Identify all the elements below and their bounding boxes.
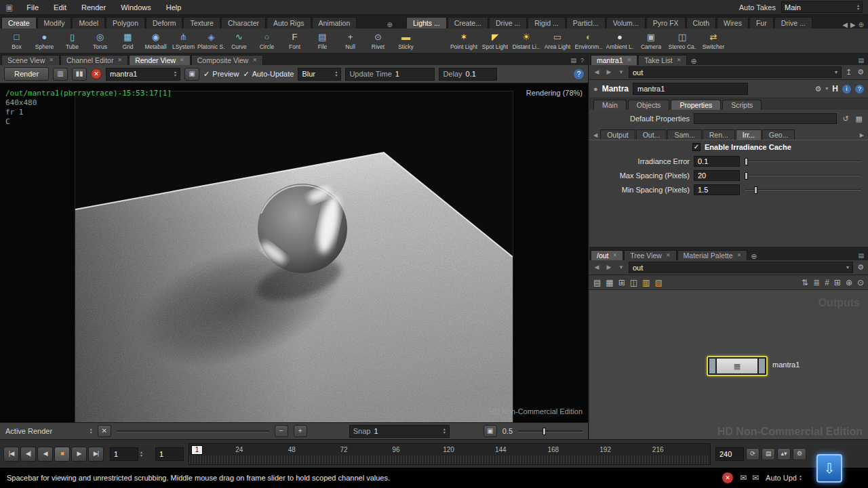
render-button[interactable]: Render [4,67,49,81]
tab-close-icon[interactable]: ✕ [737,253,742,258]
shelf-tool[interactable]: ◫ Stereo Ca... [667,31,698,50]
shelf-tool[interactable]: ● Ambient L... [604,31,635,50]
shelf-tool[interactable]: ◉ Metaball [142,31,170,50]
shelf-tab[interactable]: Cloth [686,17,717,28]
node-name-field[interactable]: mantra1 [633,83,748,95]
shelf-tool[interactable]: F Font [281,31,309,50]
shelf-tab[interactable]: Auto Rigs [267,17,311,28]
help-icon[interactable]: ? [574,69,584,79]
add-pane-tab-icon[interactable]: ⊕ [751,253,757,260]
playbar-option-button[interactable]: ⟳ [746,448,760,460]
spinner-icon[interactable]: ▴▾ [857,4,859,11]
tab-scroll-left-icon[interactable]: ◀ [591,133,600,140]
transport-button[interactable]: ◀ [37,447,53,462]
nav-dropdown-icon[interactable]: ▾ [616,264,626,270]
shelf-tool[interactable]: ☀ Distant Li... [511,31,542,50]
presets-icon[interactable]: ▦ [854,115,864,123]
active-render-label[interactable]: Active Render [5,427,52,435]
pane-menu-icon[interactable]: ▤ [570,58,576,64]
shelf-tab[interactable]: Character [221,17,266,28]
stop-render-button[interactable]: ✕ [91,68,102,79]
network-toolbar-icon[interactable]: ⇅ [802,279,808,287]
menu-item[interactable]: Render [75,2,113,13]
transport-button[interactable]: ▶| [88,447,104,462]
tab-close-icon[interactable]: ✕ [49,58,54,63]
slider-handle[interactable] [542,428,546,435]
spinner-icon[interactable]: ▴▾ [90,428,92,434]
message-icon[interactable]: ✉ [740,474,747,482]
blur-dropdown[interactable]: Blur ▴▾ [298,68,341,81]
delete-render-icon[interactable]: ✕ [98,425,111,437]
spinner-icon[interactable]: ▴▾ [800,474,802,481]
playbar-option-button[interactable]: ▤ [762,448,775,460]
preview-checkbox[interactable]: ✓ Preview [203,70,239,78]
auto-update-checkbox[interactable]: ✓ Auto-Update [243,70,294,78]
node-flag-right[interactable] [759,359,765,373]
shelf-tool[interactable]: ▬ Sticky [392,31,420,50]
tab-close-icon[interactable]: ✕ [613,253,618,258]
shelf-tab[interactable]: Fur [749,17,774,28]
network-toolbar-icon[interactable]: ▦ [606,279,613,287]
network-toolbar-icon[interactable]: ▤ [593,279,601,287]
property-sub-tab[interactable]: Out... [636,129,667,140]
shelf-tool[interactable]: ○ Circle [253,31,281,50]
pane-tab[interactable]: Tree View ✕ [624,250,676,260]
menu-item[interactable]: Help [159,2,189,13]
pin-icon[interactable]: ↥ [844,68,853,76]
spinner-icon[interactable]: ▴▾ [335,70,337,77]
zoom-in-button[interactable]: + [294,425,307,437]
shelf-tool[interactable]: ⇄ Switcher [698,31,729,50]
property-sub-tab[interactable]: Ren... [703,129,735,140]
shelf-tab[interactable]: Modify [37,17,72,28]
gamma-slider[interactable] [518,426,583,436]
playbar-option-button[interactable]: ⚙ [793,448,806,460]
shelf-tool[interactable]: ◎ Torus [86,31,114,50]
nav-dropdown-icon[interactable]: ▾ [616,69,626,75]
shelf-tab[interactable]: Model [72,17,105,28]
shelf-tab[interactable]: Drive ... [489,17,527,28]
take-selector[interactable]: Main ▴▾ [781,1,863,13]
shelf-tab[interactable]: Volum... [606,17,646,28]
shelf-tab[interactable]: Lights ... [406,17,447,28]
shelf-scroll-right-icon[interactable]: ▶ [850,22,856,28]
pane-help-icon[interactable]: ? [580,58,584,64]
pane-tab[interactable]: Channel Editor ✕ [60,55,128,65]
shelf-tab[interactable]: Rigid ... [528,17,566,28]
shelf-tool[interactable]: ▣ Camera [635,31,667,50]
parameter-tab[interactable]: Scripts [722,100,762,110]
parameter-slider[interactable] [744,157,863,166]
chevron-down-icon[interactable]: ▾ [835,70,837,75]
add-shelf-tab-icon[interactable]: ⊕ [387,22,393,28]
gear-icon[interactable]: ⚙ [814,85,821,93]
shelf-tool[interactable]: ▯ Tube [58,31,86,50]
parameter-tab[interactable]: Properties [671,100,721,110]
shelf-tool[interactable]: ▦ Grid [114,31,142,50]
timeline-minor-ticks[interactable] [189,455,710,464]
shelf-tool[interactable]: + Null [336,31,364,50]
gamma-toggle-icon[interactable]: ▣ [484,425,497,437]
slider-handle[interactable] [745,158,748,165]
network-toolbar-icon[interactable]: ▧ [654,279,662,287]
pane-tab[interactable]: Composite View ✕ [191,55,263,65]
shelf-tab[interactable]: Create... [448,17,488,28]
pane-menu-icon[interactable]: ▤ [858,58,864,64]
chevron-down-icon[interactable]: ▾ [825,86,828,92]
tab-close-icon[interactable]: ✕ [666,253,671,258]
pane-tab[interactable]: Take List ✕ [638,55,687,65]
gear-icon[interactable]: ⚙ [856,264,865,271]
current-frame-field[interactable]: 1 [110,447,138,461]
parameter-value-field[interactable]: 0.1 [694,156,740,167]
history-slider[interactable] [117,426,269,436]
path-field[interactable]: out ▾ [629,262,853,273]
property-sub-tab[interactable]: Sam... [667,129,701,140]
shelf-tool[interactable]: ◈ Platonic S... [197,31,225,50]
slider-handle[interactable] [745,172,748,180]
houdini-badge-icon[interactable]: H [832,84,838,94]
add-pane-tab-icon[interactable]: ⊕ [690,58,696,65]
add-shelf-tab-icon[interactable]: ⊕ [859,22,864,28]
pane-menu-icon[interactable]: ▤ [858,253,864,259]
default-properties-field[interactable] [694,113,837,124]
property-sub-tab[interactable]: Irr... [736,129,762,140]
parameter-tab[interactable]: Objects [628,100,670,110]
message-icon[interactable]: ✉ [752,474,759,482]
